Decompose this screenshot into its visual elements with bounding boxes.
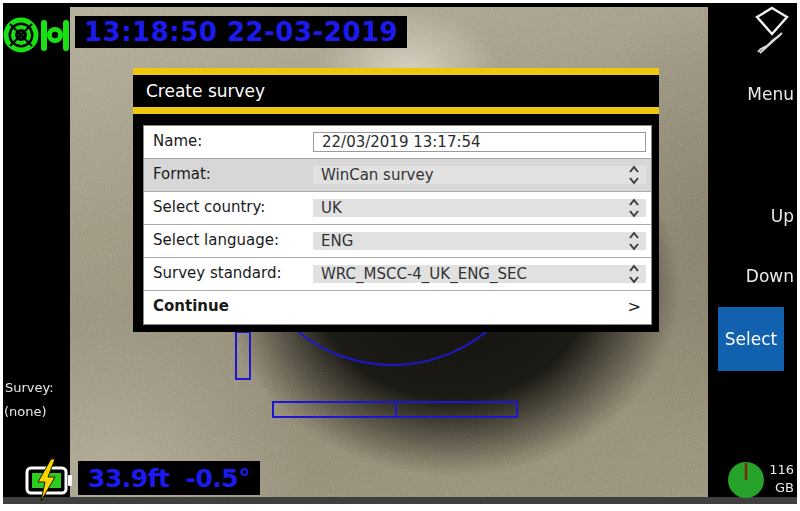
sonde-signal-off-icon: [748, 5, 796, 55]
softkey-select[interactable]: Select: [718, 307, 784, 371]
form-row-name: Name: 22/03/2019 13:17:54: [144, 126, 651, 159]
camera-locate-icon: [41, 20, 69, 51]
name-input[interactable]: 22/03/2019 13:17:54: [313, 132, 646, 152]
name-input-value: 22/03/2019 13:17:54: [322, 133, 481, 151]
country-select[interactable]: UK: [313, 199, 646, 217]
format-label: Format:: [144, 159, 313, 191]
continue-label: Continue: [144, 291, 229, 324]
language-select-value: ENG: [321, 232, 353, 250]
up-down-chevrons-icon: [628, 264, 640, 284]
continue-button[interactable]: Continue >: [144, 291, 651, 324]
create-survey-dialog: Create survey Name: 22/03/2019 13:17:54 …: [133, 68, 659, 332]
sonde-coil-icon: [6, 20, 36, 50]
form-row-format[interactable]: Format: WinCan survey: [144, 159, 651, 192]
standard-select-value: WRC_MSCC-4_UK_ENG_SEC: [321, 265, 527, 283]
storage-usage-pie-icon: [726, 460, 766, 500]
language-label: Select language:: [144, 225, 313, 257]
osd-distance-angle: 33.9ft-0.5°: [78, 461, 260, 495]
overlay-vertical-box: [236, 332, 250, 379]
dialog-accent-bar-bottom: [133, 107, 659, 114]
up-down-chevrons-icon: [628, 231, 640, 251]
status-icon-group: [3, 12, 69, 58]
up-down-chevrons-icon: [628, 165, 640, 185]
format-select-value: WinCan survey: [321, 166, 434, 184]
osd-datetime: 13:18:50 22-03-2019: [75, 16, 407, 48]
softkey-down[interactable]: Down: [746, 266, 794, 286]
osd-datetime-text: 13:18:50 22-03-2019: [84, 17, 398, 47]
console-screen: 13:18:50 22-03-2019 33.9ft-0.5° Survey: …: [0, 0, 800, 511]
dialog-title: Create survey: [133, 75, 659, 107]
softkey-select-label: Select: [725, 329, 777, 349]
form-row-standard[interactable]: Survey standard: WRC_MSCC-4_UK_ENG_SEC: [144, 258, 651, 291]
form-row-language[interactable]: Select language: ENG: [144, 225, 651, 258]
form-row-country[interactable]: Select country: UK: [144, 192, 651, 225]
country-select-value: UK: [321, 199, 342, 217]
format-select[interactable]: WinCan survey: [313, 166, 646, 184]
storage-value: 116: [769, 461, 794, 479]
standard-select[interactable]: WRC_MSCC-4_UK_ENG_SEC: [313, 265, 646, 283]
softkey-menu[interactable]: Menu: [747, 84, 794, 104]
name-label: Name:: [144, 126, 313, 158]
standard-label: Survey standard:: [144, 258, 313, 290]
dialog-form: Name: 22/03/2019 13:17:54 Format: WinCan…: [143, 125, 652, 325]
storage-remaining: 116 GB: [769, 461, 794, 497]
storage-unit: GB: [769, 479, 794, 497]
survey-value: (none): [4, 404, 47, 419]
softkey-up[interactable]: Up: [771, 206, 794, 226]
dialog-accent-bar-top: [133, 68, 659, 75]
osd-distance-value: 33.9ft: [88, 464, 170, 493]
bottom-bezel-strip: [3, 497, 797, 504]
survey-label: Survey:: [5, 380, 54, 395]
language-select[interactable]: ENG: [313, 232, 646, 250]
country-label: Select country:: [144, 192, 313, 224]
battery-charging-icon: [24, 458, 76, 502]
up-down-chevrons-icon: [628, 198, 640, 218]
osd-angle-value: -0.5°: [186, 464, 251, 493]
chevron-right-icon: >: [628, 291, 651, 324]
